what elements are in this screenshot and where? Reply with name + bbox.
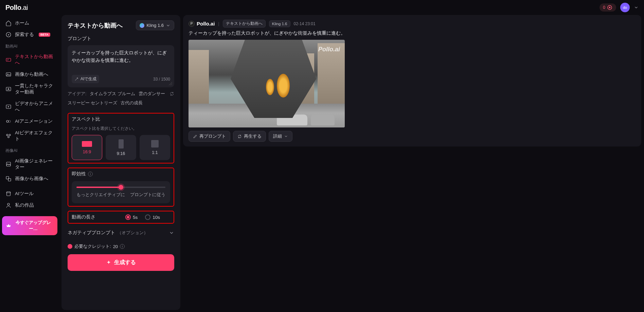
- sidebar-item-my-works[interactable]: 私の作品: [2, 200, 57, 211]
- aspect-title: アスペクト比: [72, 116, 170, 122]
- regenerate-button[interactable]: 再生する: [233, 131, 266, 142]
- generate-button[interactable]: 生成する: [68, 254, 174, 271]
- svg-rect-14: [6, 162, 11, 166]
- length-5s[interactable]: 5s: [125, 214, 138, 220]
- coin-icon: [68, 244, 72, 249]
- anime-icon: [5, 104, 12, 110]
- detail-button[interactable]: 詳細: [269, 131, 292, 142]
- resize-handle-icon[interactable]: [169, 82, 172, 85]
- card-tag-model: Kling 1.6: [269, 20, 290, 27]
- sparkle-icon: [106, 260, 111, 265]
- sidebar-item-character-video[interactable]: 一貫したキャラクター動画: [2, 81, 57, 98]
- model-selector[interactable]: Kling 1.6: [136, 20, 174, 30]
- img2img-icon: [5, 176, 12, 182]
- svg-rect-6: [6, 87, 11, 91]
- length-10s[interactable]: 10s: [145, 214, 160, 220]
- aspect-ratio-section: アスペクト比 アスペクト比を選択してください。 16:9 9:16 1:1: [68, 113, 174, 163]
- topbar: Pollo.ai 0 do: [0, 0, 644, 15]
- relevance-slider[interactable]: もっとクリエイティブに プロンプトに従う: [72, 181, 170, 203]
- svg-point-12: [9, 134, 11, 136]
- sidebar-item-text-to-video[interactable]: テキストから動画へ: [2, 51, 57, 68]
- info-icon[interactable]: i: [120, 244, 125, 249]
- generation-card: PPollo.ai | テキストから動画へ Kling 1.6 02-14 23…: [183, 15, 641, 146]
- refresh-icon[interactable]: [169, 91, 174, 96]
- sidebar-item-video-to-anime[interactable]: ビデオからアニメへ: [2, 98, 57, 115]
- prompt-input[interactable]: ティーカップを持った巨大ロボットが、にぎやかな街並みを慎重に進む。 AIで生成 …: [68, 45, 174, 87]
- sidebar-item-image-generator[interactable]: AI画像ジェネレーター: [2, 156, 57, 173]
- model-icon: [140, 23, 144, 28]
- settings-panel: テキストから動画へ Kling 1.6 プロンプト ティーカップを持った巨大ロボ…: [61, 15, 180, 310]
- panel-title: テキストから動画へ: [68, 21, 123, 30]
- svg-point-7: [8, 88, 9, 89]
- upgrade-button[interactable]: 今すぐアップグレー…: [2, 216, 57, 235]
- sidebar-item-home[interactable]: ホーム: [2, 18, 57, 29]
- aspect-sub: アスペクト比を選択してください。: [72, 126, 170, 132]
- sidebar-section-video: 動画AI: [2, 41, 57, 51]
- tools-icon: [5, 191, 12, 197]
- svg-point-9: [6, 120, 8, 122]
- ai-generate-button[interactable]: AIで生成: [72, 75, 99, 83]
- svg-point-11: [6, 134, 8, 136]
- sidebar-item-ai-tools[interactable]: AIツール: [2, 188, 57, 199]
- svg-point-17: [7, 203, 10, 205]
- crown-icon: [6, 223, 11, 228]
- idea-suggestions: アイデア: タイムラプス ブルーム 雲のダンサー スリーピー セントリーズ 古代…: [68, 90, 174, 107]
- beta-badge: BETA: [39, 33, 50, 37]
- effects-icon: [5, 133, 12, 139]
- sidebar-item-video-effects[interactable]: AIビデオエフェクト: [2, 127, 57, 144]
- length-title: 動画の長さ: [72, 214, 95, 220]
- wand-icon: [74, 77, 78, 81]
- avatar[interactable]: do: [620, 3, 630, 12]
- card-prompt-text: ティーカップを持った巨大ロボットが、にぎやかな街並みを慎重に進む。: [189, 30, 636, 36]
- chevron-down-icon: [284, 134, 288, 138]
- text-video-icon: [5, 57, 12, 63]
- coin-icon: [607, 4, 613, 11]
- relevance-section: 即効性 i もっとクリエイティブに プロンプトに従う: [68, 168, 174, 207]
- credit-pill[interactable]: 0: [600, 3, 616, 12]
- negative-prompt-toggle[interactable]: ネガティブプロンプト（オプション）: [68, 228, 174, 241]
- char-count: 33 / 1500: [153, 77, 170, 82]
- card-timestamp: 02-14 23:01: [294, 21, 316, 26]
- idea-item[interactable]: タイムラプス ブルーム: [90, 90, 135, 98]
- chevron-down-icon: [166, 23, 171, 28]
- animation-icon: [5, 118, 12, 124]
- aspect-16-9[interactable]: 16:9: [72, 135, 102, 160]
- edit-icon: [193, 134, 197, 139]
- idea-item[interactable]: 古代の成長: [121, 99, 143, 107]
- sidebar-item-ai-animation[interactable]: AIアニメーション: [2, 116, 57, 127]
- user-icon: [5, 202, 12, 208]
- character-icon: [5, 86, 12, 92]
- idea-item[interactable]: スリーピー セントリーズ: [68, 99, 117, 107]
- sidebar-item-image-to-video[interactable]: 画像から動画へ: [2, 69, 57, 80]
- aspect-9-16[interactable]: 9:16: [106, 135, 136, 160]
- credit-cost: 必要なクレジット: 20 i: [68, 243, 174, 249]
- sidebar-section-image: 画像AI: [2, 145, 57, 155]
- svg-point-10: [8, 120, 11, 122]
- sidebar: ホーム 探索するBETA 動画AI テキストから動画へ 画像から動画へ 一貫した…: [0, 15, 59, 312]
- image-gen-icon: [5, 161, 12, 167]
- card-tag-mode: テキストから動画へ: [223, 20, 266, 28]
- prompt-label: プロンプト: [68, 36, 174, 42]
- video-length-section: 動画の長さ 5s 10s: [68, 211, 174, 224]
- refresh-icon: [237, 134, 242, 139]
- idea-item[interactable]: 雲のダンサー: [139, 90, 165, 98]
- compass-icon: [5, 32, 12, 38]
- reprompt-button[interactable]: 再プロンプト: [189, 131, 230, 142]
- svg-point-1: [609, 7, 611, 8]
- relevance-title: 即効性: [72, 171, 86, 177]
- card-brand: PPollo.ai: [189, 21, 215, 27]
- home-icon: [5, 20, 12, 26]
- watermark: Pollo.ai: [318, 46, 340, 53]
- sidebar-item-image-to-image[interactable]: 画像から画像へ: [2, 173, 57, 184]
- info-icon[interactable]: i: [88, 172, 93, 176]
- chevron-down-icon: [169, 230, 174, 236]
- video-thumbnail[interactable]: Pollo.ai: [189, 40, 345, 127]
- image-video-icon: [5, 71, 12, 77]
- svg-rect-3: [6, 58, 11, 62]
- aspect-1-1[interactable]: 1:1: [140, 135, 170, 160]
- main-content: PPollo.ai | テキストから動画へ Kling 1.6 02-14 23…: [182, 15, 644, 312]
- sidebar-item-explore[interactable]: 探索するBETA: [2, 29, 57, 40]
- svg-point-13: [8, 136, 10, 138]
- chevron-down-icon[interactable]: [634, 5, 639, 10]
- brand-logo[interactable]: Pollo.ai: [5, 4, 28, 12]
